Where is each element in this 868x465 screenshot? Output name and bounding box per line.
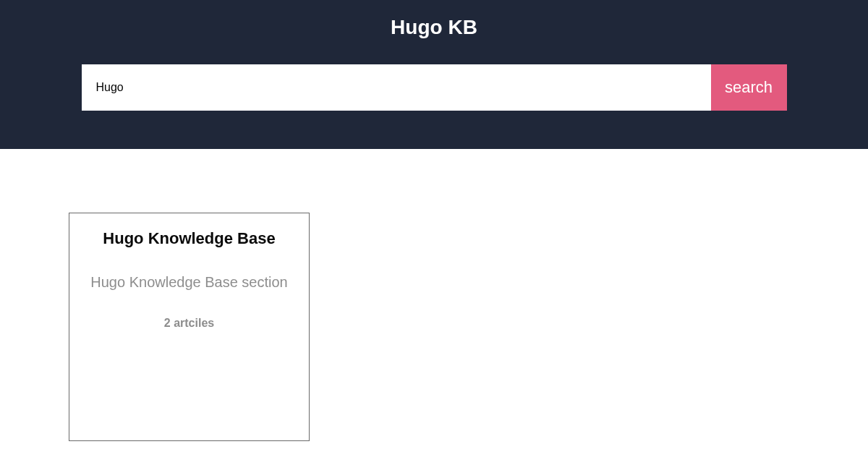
search-button[interactable]: search: [711, 64, 787, 111]
site-title: Hugo KB: [391, 16, 477, 39]
search-bar: search: [82, 64, 787, 111]
header: Hugo KB search: [0, 0, 868, 149]
card-description: Hugo Knowledge Base section: [84, 274, 294, 291]
card-title: Hugo Knowledge Base: [84, 229, 294, 248]
search-input[interactable]: [82, 64, 711, 111]
card-article-count: 2 artciles: [84, 317, 294, 330]
kb-card[interactable]: Hugo Knowledge Base Hugo Knowledge Base …: [69, 213, 310, 441]
content-area: Hugo Knowledge Base Hugo Knowledge Base …: [0, 149, 868, 441]
